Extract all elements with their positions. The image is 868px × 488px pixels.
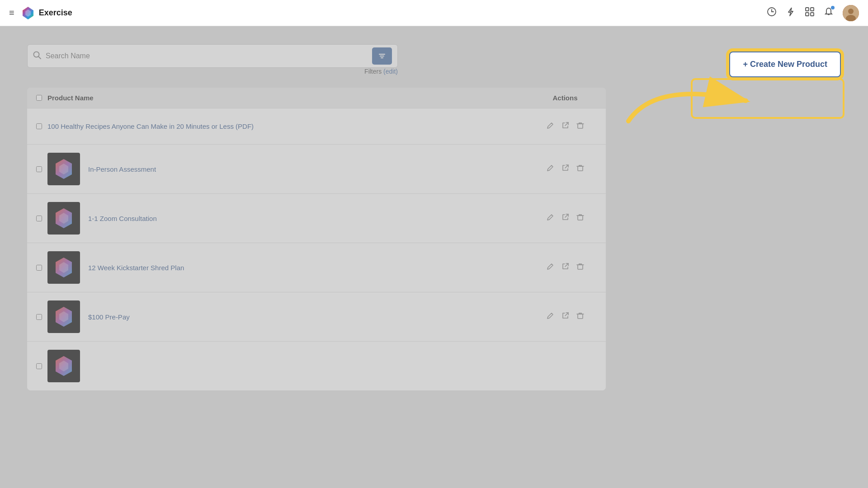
product-name-4[interactable]: 12 Week Kickstarter Shred Plan	[88, 264, 533, 272]
svg-line-51	[565, 313, 568, 316]
delete-icon-2[interactable]	[576, 164, 584, 174]
table-row: 100 Healthy Recipes Anyone Can Make in 2…	[27, 108, 606, 145]
highlight-box	[691, 78, 844, 119]
edit-icon-5[interactable]	[547, 312, 554, 322]
topnav: ≡ Exercise	[0, 0, 868, 26]
table-header: Product Name Actions	[27, 88, 606, 108]
edit-icon-2[interactable]	[547, 164, 554, 174]
row-actions-5	[533, 312, 597, 322]
search-input[interactable]	[46, 52, 368, 60]
edit-icon-1[interactable]	[547, 122, 554, 131]
filter-button[interactable]	[372, 47, 392, 65]
search-icon	[33, 51, 41, 61]
col-product-name: Product Name	[47, 94, 533, 102]
row-checkbox-3[interactable]	[36, 216, 42, 221]
product-table: Product Name Actions 100 Healthy Recipes…	[27, 88, 606, 390]
notification-dot	[831, 6, 835, 9]
svg-line-35	[565, 214, 568, 217]
svg-line-14	[38, 56, 41, 59]
row-checkbox-5[interactable]	[36, 314, 42, 320]
svg-rect-36	[578, 216, 583, 220]
delete-icon-3[interactable]	[576, 213, 584, 223]
grid-icon[interactable]	[805, 7, 815, 19]
edit-icon-3[interactable]	[547, 213, 554, 223]
row-checkbox-4[interactable]	[36, 265, 42, 271]
topnav-left: ≡ Exercise	[9, 6, 72, 20]
create-button-area: + Create New Product	[729, 52, 841, 77]
select-all-checkbox[interactable]	[36, 95, 42, 101]
svg-rect-6	[811, 8, 814, 11]
table-row: 12 Week Kickstarter Shred Plan	[27, 243, 606, 292]
edit-icon-4[interactable]	[547, 263, 554, 272]
external-link-icon-2[interactable]	[561, 164, 569, 174]
search-wrapper	[27, 44, 398, 68]
svg-rect-44	[578, 265, 583, 269]
svg-line-27	[565, 165, 568, 168]
filters-row: Filters (edit)	[27, 68, 398, 75]
table-row	[27, 342, 606, 390]
external-link-icon-5[interactable]	[561, 312, 569, 322]
svg-rect-20	[578, 124, 583, 128]
row-actions-4	[533, 263, 597, 272]
row-actions-2	[533, 164, 597, 174]
product-thumbnail-2	[47, 153, 80, 185]
table-row: $100 Pre-Pay	[27, 292, 606, 342]
avatar[interactable]	[843, 5, 859, 21]
history-icon[interactable]	[767, 7, 777, 19]
delete-icon-5[interactable]	[576, 312, 584, 322]
main-content: Filters (edit) + Create New Product Prod…	[0, 26, 868, 488]
brand-logo-icon	[21, 6, 35, 20]
table-row: In-Person Assessment	[27, 145, 606, 194]
product-thumbnail-6	[47, 350, 80, 382]
product-thumbnail-4	[47, 251, 80, 284]
filters-edit-link[interactable]: (edit)	[383, 68, 398, 75]
product-name-2[interactable]: In-Person Assessment	[88, 165, 533, 173]
external-link-icon-4[interactable]	[561, 263, 569, 272]
row-actions-3	[533, 213, 597, 223]
table-row: 1-1 Zoom Consultation	[27, 194, 606, 243]
filters-label: Filters	[364, 68, 382, 75]
delete-icon-4[interactable]	[576, 263, 584, 272]
external-link-icon-1[interactable]	[561, 122, 569, 131]
product-name-1[interactable]: 100 Healthy Recipes Anyone Can Make in 2…	[47, 122, 533, 130]
topnav-right	[767, 5, 859, 21]
create-new-product-button[interactable]: + Create New Product	[729, 52, 841, 77]
svg-rect-7	[806, 13, 809, 16]
delete-icon-1[interactable]	[576, 122, 584, 131]
product-name-3[interactable]: 1-1 Zoom Consultation	[88, 215, 533, 222]
row-actions-1	[533, 122, 597, 131]
svg-rect-8	[811, 13, 814, 16]
svg-point-11	[848, 9, 854, 14]
svg-line-19	[565, 122, 568, 126]
col-actions: Actions	[533, 94, 597, 102]
svg-rect-28	[578, 166, 583, 171]
row-checkbox-2[interactable]	[36, 166, 42, 172]
product-thumbnail-5	[47, 300, 80, 333]
toolbar-row: Filters (edit) + Create New Product	[27, 44, 841, 84]
svg-line-43	[565, 263, 568, 267]
external-link-icon-3[interactable]	[561, 213, 569, 223]
svg-rect-5	[806, 8, 809, 11]
svg-rect-52	[578, 314, 583, 319]
row-checkbox-1[interactable]	[36, 123, 42, 129]
brand-name: Exercise	[39, 8, 72, 18]
product-name-5[interactable]: $100 Pre-Pay	[88, 313, 533, 321]
lightning-icon[interactable]	[786, 7, 796, 19]
row-checkbox-6[interactable]	[36, 363, 42, 369]
product-thumbnail-3	[47, 202, 80, 235]
bell-icon[interactable]	[824, 7, 834, 19]
hamburger-icon[interactable]: ≡	[9, 8, 14, 18]
brand: Exercise	[21, 6, 72, 20]
